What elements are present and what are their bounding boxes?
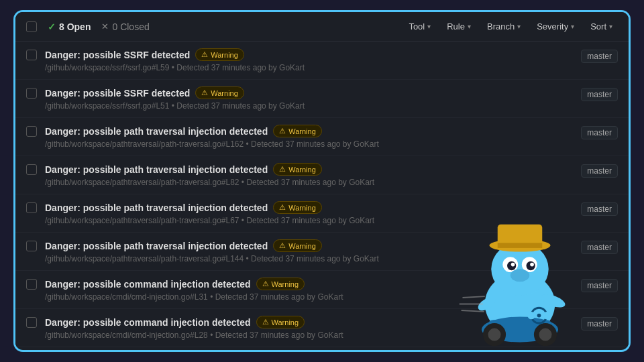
file-path: /github/workspace/pathtraversal/path-tra… — [45, 254, 244, 263]
table-row[interactable]: Danger: possible path traversal injectio… — [15, 233, 629, 271]
row-title-line-3: Danger: possible path traversal injectio… — [45, 163, 581, 176]
table-row[interactable]: Danger: possible path traversal injectio… — [15, 194, 629, 233]
row-content-1: Danger: possible SSRF detected ⚠ Warning… — [45, 86, 581, 111]
warning-triangle-icon: ⚠ — [262, 318, 269, 326]
sort-button[interactable]: Sort ▾ — [585, 19, 618, 34]
row-meta: /github/workspace/ssrf/ssrf.go#L51 • Det… — [45, 101, 581, 111]
warning-badge: ⚠ Warning — [256, 316, 305, 328]
alert-title: Danger: possible SSRF detected — [45, 50, 190, 60]
branch-badge: master — [581, 317, 618, 330]
branch-badge: master — [581, 241, 618, 254]
alerts-list: Danger: possible SSRF detected ⚠ Warning… — [15, 42, 629, 350]
severity-label: Warning — [288, 242, 316, 250]
row-checkbox-6[interactable] — [26, 279, 37, 290]
sort-chevron-icon: ▾ — [609, 23, 612, 30]
row-meta: /github/workspace/pathtraversal/path-tra… — [45, 254, 581, 263]
warning-badge: ⚠ Warning — [195, 48, 244, 61]
branch-badge: master — [581, 126, 618, 139]
row-title-line-6: Danger: possible command injection detec… — [45, 278, 581, 290]
rule-filter-button[interactable]: Rule ▾ — [441, 19, 476, 34]
row-meta: /github/workspace/cmdi/cmd-injection.go#… — [45, 330, 581, 340]
row-checkbox-5[interactable] — [26, 241, 37, 251]
row-content-3: Danger: possible path traversal injectio… — [45, 163, 581, 187]
alert-title: Danger: possible command injection detec… — [45, 279, 251, 290]
warning-badge: ⚠ Warning — [273, 239, 322, 252]
toolbar-left: ✓ 8 Open ✕ 0 Closed — [26, 21, 150, 32]
table-row[interactable]: Danger: possible command injection detec… — [15, 309, 629, 347]
warning-triangle-icon: ⚠ — [279, 127, 286, 135]
row-checkbox-0[interactable] — [26, 50, 37, 60]
file-path: /github/workspace/cmdi/cmd-injection.go#… — [45, 292, 208, 302]
closed-count-label: 0 Closed — [112, 21, 149, 32]
warning-triangle-icon: ⚠ — [279, 165, 286, 174]
row-meta: /github/workspace/pathtraversal/path-tra… — [45, 178, 581, 187]
row-meta: /github/workspace/pathtraversal/path-tra… — [45, 216, 581, 225]
severity-label: Warning — [288, 127, 316, 135]
warning-badge: ⚠ Warning — [273, 163, 322, 176]
severity-label: Warning — [272, 318, 299, 326]
severity-filter-button[interactable]: Severity ▾ — [531, 19, 580, 34]
row-meta: /github/workspace/pathtraversal/path-tra… — [45, 139, 581, 149]
row-checkbox-3[interactable] — [26, 164, 37, 175]
row-content-6: Danger: possible command injection detec… — [45, 278, 581, 302]
open-count: ✓ 8 Open — [48, 21, 91, 32]
detection-meta: Detected 37 minutes ago by GoKart — [246, 178, 374, 187]
severity-label: Warning — [211, 51, 238, 59]
rule-label: Rule — [447, 21, 465, 32]
branch-chevron-icon: ▾ — [517, 23, 521, 30]
tool-chevron-icon: ▾ — [427, 23, 431, 30]
warning-badge: ⚠ Warning — [256, 278, 305, 290]
row-content-5: Danger: possible path traversal injectio… — [45, 239, 581, 263]
x-icon: ✕ — [101, 21, 109, 32]
alert-title: Danger: possible command injection detec… — [45, 317, 251, 328]
row-meta: /github/workspace/cmdi/cmd-injection.go#… — [45, 292, 581, 302]
table-row[interactable]: Danger: possible SSRF detected ⚠ Warning… — [15, 80, 629, 118]
dot-separator: • — [210, 330, 215, 340]
branch-filter-button[interactable]: Branch ▾ — [482, 19, 526, 34]
file-path: /github/workspace/cmdi/cmd-injection.go#… — [45, 330, 208, 340]
detection-meta: Detected 37 minutes ago by GoKart — [246, 216, 374, 225]
row-checkbox-2[interactable] — [26, 126, 37, 137]
toolbar-right: Tool ▾ Rule ▾ Branch ▾ Severity ▾ Sort ▾ — [403, 19, 618, 34]
table-row[interactable]: Danger: possible path traversal injectio… — [15, 156, 629, 194]
warning-triangle-icon: ⚠ — [262, 280, 269, 288]
detection-meta: Detected 37 minutes ago by GoKart — [215, 330, 343, 340]
severity-label: Warning — [272, 280, 299, 288]
row-title-line-7: Danger: possible command injection detec… — [45, 316, 581, 328]
closed-count: ✕ 0 Closed — [101, 21, 149, 32]
table-row[interactable]: Danger: possible command injection detec… — [15, 271, 629, 309]
row-checkbox-7[interactable] — [26, 317, 37, 328]
alert-title: Danger: possible SSRF detected — [45, 88, 190, 99]
dot-separator: • — [246, 254, 252, 263]
severity-label: Warning — [288, 166, 316, 174]
row-title-line-2: Danger: possible path traversal injectio… — [45, 125, 581, 137]
table-row[interactable]: Danger: possible path traversal injectio… — [15, 118, 629, 156]
branch-badge: master — [581, 88, 618, 101]
severity-label: Warning — [211, 89, 238, 97]
severity-label: Warning — [288, 204, 316, 212]
alert-title: Danger: possible path traversal injectio… — [45, 241, 268, 251]
table-row[interactable]: Danger: possible SSRF detected ⚠ Warning… — [15, 42, 629, 80]
row-checkbox-4[interactable] — [26, 202, 37, 213]
select-all-checkbox[interactable] — [26, 21, 37, 32]
detection-meta: Detected 37 minutes ago by GoKart — [251, 139, 379, 149]
row-title-line-0: Danger: possible SSRF detected ⚠ Warning — [45, 48, 581, 61]
branch-badge: master — [581, 50, 618, 63]
row-checkbox-1[interactable] — [26, 88, 37, 99]
warning-triangle-icon: ⚠ — [201, 88, 208, 97]
tool-filter-button[interactable]: Tool ▾ — [403, 19, 436, 34]
row-title-line-4: Danger: possible path traversal injectio… — [45, 201, 581, 214]
warning-triangle-icon: ⚠ — [279, 241, 286, 250]
tool-label: Tool — [409, 21, 425, 32]
detection-meta: Detected 37 minutes ago by GoKart — [176, 63, 305, 72]
branch-label: Branch — [487, 21, 515, 32]
warning-badge: ⚠ Warning — [273, 125, 322, 137]
warning-triangle-icon: ⚠ — [279, 203, 286, 212]
row-meta: /github/workspace/ssrf/ssrf.go#L59 • Det… — [45, 63, 581, 72]
branch-badge: master — [581, 164, 618, 178]
branch-badge: master — [581, 202, 618, 216]
alert-title: Danger: possible path traversal injectio… — [45, 126, 268, 137]
open-count-label: 8 Open — [59, 21, 91, 32]
dot-separator: • — [246, 139, 252, 149]
row-content-2: Danger: possible path traversal injectio… — [45, 125, 581, 149]
